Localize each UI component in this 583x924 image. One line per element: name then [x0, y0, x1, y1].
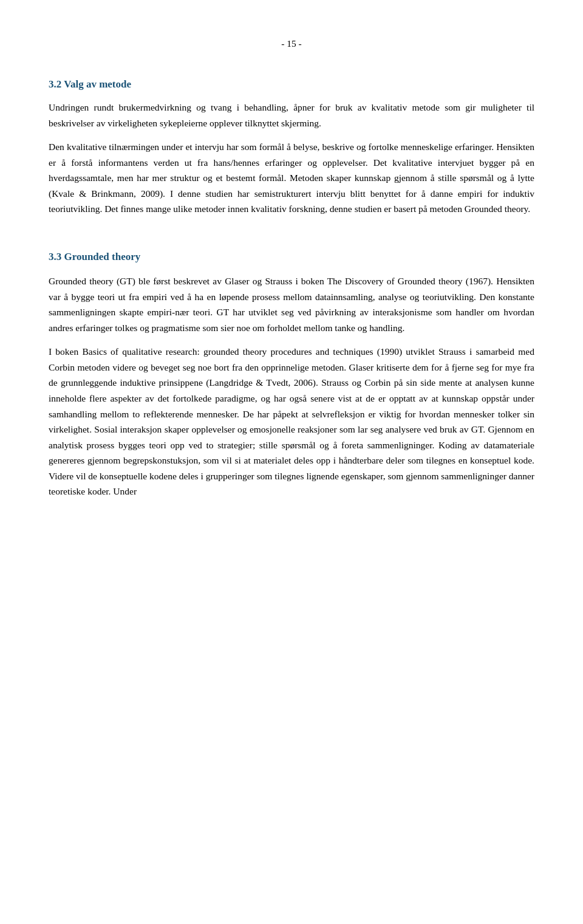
- section-3-2-para-1: Undringen rundt brukermedvirkning og tva…: [49, 100, 534, 131]
- page: - 15 - 3.2 Valg av metode Undringen rund…: [0, 0, 583, 924]
- section-3-3-heading: 3.3 Grounded theory: [49, 248, 534, 265]
- page-number: - 15 -: [49, 36, 534, 52]
- section-3-3: 3.3 Grounded theory Grounded theory (GT)…: [49, 248, 534, 499]
- section-3-2: 3.2 Valg av metode Undringen rundt bruke…: [49, 76, 534, 217]
- section-3-3-para-1: Grounded theory (GT) ble først beskrevet…: [49, 273, 534, 335]
- section-3-3-para-2: I boken Basics of qualitative research: …: [49, 344, 534, 499]
- section-3-2-para-2: Den kvalitative tilnærmingen under et in…: [49, 139, 534, 217]
- section-3-2-heading: 3.2 Valg av metode: [49, 76, 534, 92]
